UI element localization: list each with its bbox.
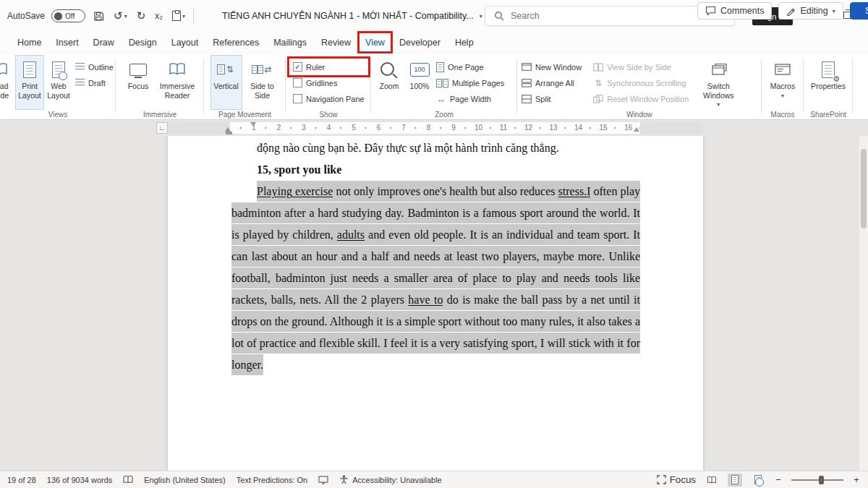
redo-button[interactable]: ↻ — [135, 9, 148, 22]
switch-windows-button[interactable]: Switch Windows ▾ — [698, 55, 739, 110]
views-group-label: Views — [0, 111, 116, 119]
comments-button[interactable]: Comments — [697, 2, 772, 20]
autosave-toggle[interactable]: Off — [51, 9, 85, 22]
vertical-label: Vertical — [213, 82, 238, 91]
outline-label: Outline — [88, 63, 114, 72]
save-button[interactable] — [92, 11, 106, 22]
tab-help[interactable]: Help — [448, 32, 481, 53]
tab-stop-selector[interactable]: ∟ — [156, 122, 168, 134]
draft-button[interactable]: Draft — [73, 76, 116, 90]
read-mode-view-button[interactable] — [705, 474, 719, 487]
immersive-reader-button[interactable]: Immersive Reader — [157, 55, 197, 110]
web-layout-button[interactable]: Web Layout — [44, 55, 73, 110]
ruler-number: 7 — [400, 122, 407, 134]
vertical-scrollbar[interactable] — [859, 136, 868, 471]
search-input[interactable] — [511, 11, 699, 21]
gridlines-checkbox-row[interactable]: Gridlines — [291, 76, 367, 90]
subscript-button[interactable]: x₂ — [153, 11, 164, 21]
navigation-pane-checkbox-row[interactable]: Navigation Pane — [291, 92, 367, 106]
text-run-underlined: adults — [337, 224, 365, 245]
undo-button[interactable]: ↺ ▾ — [112, 9, 129, 22]
new-window-label: New Window — [535, 63, 582, 72]
scrollbar-thumb[interactable] — [861, 149, 867, 228]
zoom-100-icon: 100 — [410, 59, 430, 80]
zoom-100-button[interactable]: 100 100% — [405, 55, 434, 110]
switch-windows-label: Switch Windows — [699, 82, 738, 100]
ruler-checkbox[interactable]: ✓ — [293, 62, 302, 72]
macros-button[interactable]: Macros ▾ — [765, 55, 800, 110]
tab-layout[interactable]: Layout — [164, 32, 206, 53]
ruler-checkbox-row[interactable]: ✓ Ruler — [291, 60, 367, 74]
tab-draw[interactable]: Draw — [86, 32, 122, 53]
tab-view[interactable]: View — [358, 32, 392, 53]
tab-review[interactable]: Review — [314, 32, 358, 53]
page-width-button[interactable]: ↔ Page Width — [434, 92, 506, 106]
new-window-icon — [522, 63, 532, 71]
tab-developer[interactable]: Developer — [392, 32, 448, 53]
gridlines-checkbox[interactable] — [293, 78, 302, 87]
left-indent-marker[interactable] — [226, 132, 232, 134]
tab-mailings[interactable]: Mailings — [266, 32, 314, 53]
language-indicator[interactable]: English (United States) — [144, 476, 226, 484]
navigation-pane-checkbox[interactable] — [293, 94, 302, 103]
right-indent-marker[interactable] — [634, 127, 639, 132]
view-side-by-side-button: View Side by Side — [591, 60, 691, 74]
view-side-by-side-label: View Side by Side — [607, 63, 671, 72]
zoom-out-button[interactable]: − — [774, 474, 783, 485]
tab-design[interactable]: Design — [122, 32, 164, 53]
tab-references[interactable]: References — [205, 32, 266, 53]
autosave-state: Off — [65, 12, 75, 20]
document-page[interactable]: động nào cùng bạn bè. Đây thực sự là một… — [168, 136, 703, 471]
zoom-slider[interactable] — [791, 479, 843, 481]
accessibility-indicator[interactable]: Accessibility: Unavailable — [339, 475, 442, 484]
outline-button[interactable]: Outline — [73, 60, 116, 74]
read-mode-button[interactable]: Read Mode — [0, 55, 15, 110]
zoom-button[interactable]: Zoom — [373, 55, 405, 110]
print-layout-button[interactable]: Print Layout — [15, 55, 44, 110]
zoom-in-button[interactable]: + — [852, 474, 861, 485]
display-settings-icon[interactable] — [318, 476, 328, 484]
text-run-underlined: have to — [408, 289, 443, 310]
zoom-icon — [380, 59, 399, 80]
chevron-down-icon: ▾ — [833, 8, 835, 14]
selected-paragraph[interactable]: Playing exercise not only improves one's… — [231, 181, 640, 376]
paste-button[interactable]: ▾ — [171, 11, 187, 21]
proofing-errors-icon[interactable] — [123, 475, 133, 484]
arrange-all-label: Arrange All — [535, 79, 574, 87]
ruler-number: 5 — [350, 122, 357, 134]
window-group-label: Window — [517, 111, 762, 119]
text-predictions-indicator[interactable]: Text Predictions: On — [237, 476, 307, 484]
ribbon-tabs: HomeInsertDrawDesignLayoutReferencesMail… — [10, 32, 481, 53]
split-button[interactable]: Split — [519, 92, 584, 106]
print-layout-view-button[interactable] — [728, 474, 742, 487]
focus-label: Focus — [670, 474, 696, 485]
first-line-indent-marker[interactable] — [250, 122, 256, 127]
editing-dropdown[interactable]: Editing ▾ — [778, 2, 843, 20]
web-layout-view-button[interactable] — [751, 474, 765, 487]
new-window-button[interactable]: New Window — [519, 60, 584, 74]
multiple-pages-button[interactable]: Multiple Pages — [434, 76, 506, 90]
properties-button[interactable]: ⚙ Properties — [808, 55, 848, 110]
vertical-button[interactable]: ⇅ Vertical — [210, 55, 242, 110]
arrange-all-button[interactable]: Arrange All — [519, 76, 584, 90]
draft-icon — [75, 79, 85, 87]
tab-insert[interactable]: Insert — [48, 32, 85, 53]
ribbon-group-page-movement: ⇅ Vertical ⇄ Side to Side Page Movement — [204, 53, 286, 119]
word-count[interactable]: 136 of 9034 words — [47, 476, 113, 484]
read-mode-icon — [0, 59, 8, 80]
share-button[interactable]: Share — [850, 2, 868, 20]
print-layout-label: Print Layout — [16, 82, 43, 100]
search-icon — [494, 11, 504, 21]
document-title[interactable]: TIẾNG ANH CHUYÊN NGÀNH 1 - MỚI NHẤT - Co… — [222, 11, 482, 21]
focus-mode-button[interactable]: Focus — [657, 474, 696, 485]
focus-button[interactable]: Focus — [122, 55, 154, 110]
web-layout-label: Web Layout — [45, 82, 72, 100]
horizontal-ruler[interactable]: ∟ 12345678910111213141516 — [0, 120, 868, 136]
ruler-number: 14 — [573, 122, 584, 134]
tab-home[interactable]: Home — [10, 32, 48, 53]
zoom-slider-thumb[interactable] — [819, 476, 824, 484]
page-indicator[interactable]: 19 of 28 — [7, 476, 36, 484]
one-page-button[interactable]: One Page — [434, 60, 506, 74]
side-to-side-button[interactable]: ⇄ Side to Side — [245, 55, 280, 110]
chevron-down-icon: ▾ — [182, 13, 185, 20]
